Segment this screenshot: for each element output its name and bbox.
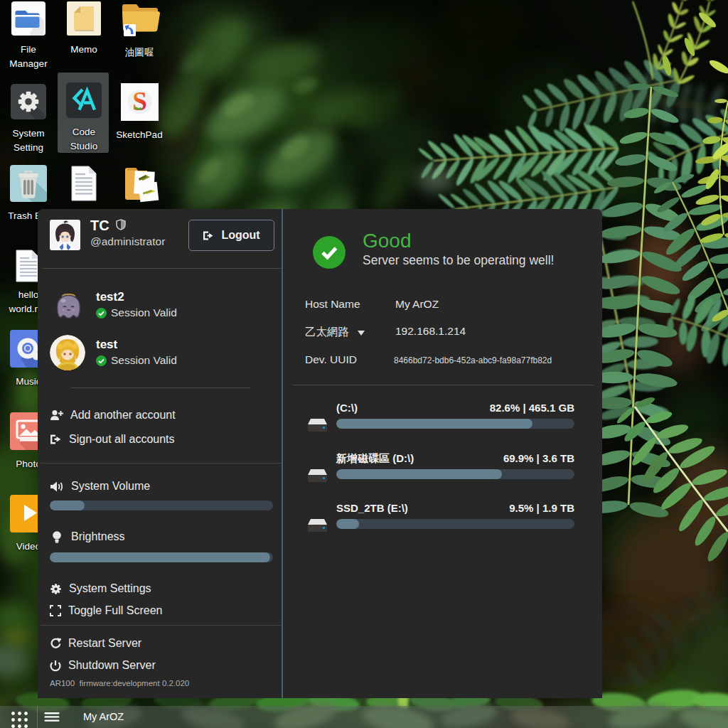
svg-text:S: S — [132, 87, 147, 116]
